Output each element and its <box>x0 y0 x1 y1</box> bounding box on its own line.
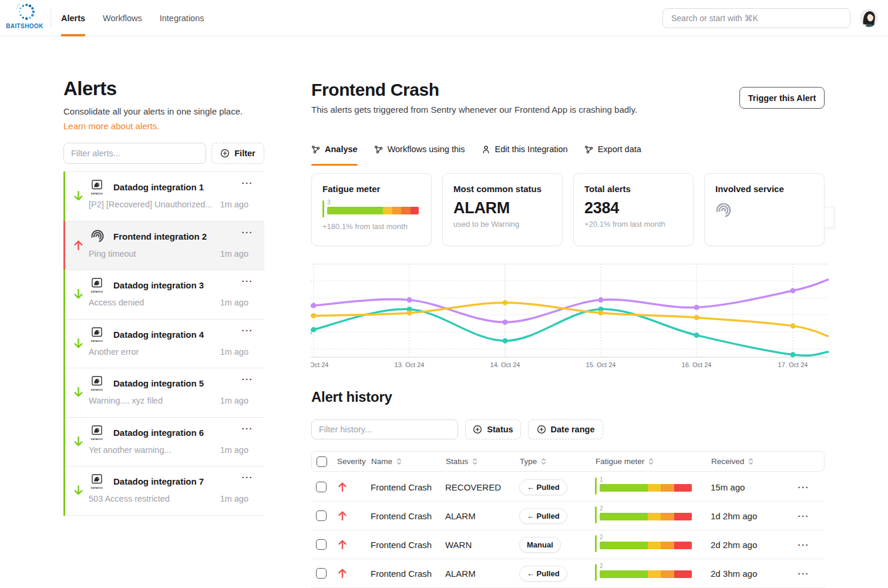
x-axis-label: 15. Oct 24 <box>582 361 620 368</box>
detail-tabs: Analyse Workflows using this Edit this I… <box>311 145 641 162</box>
column-type[interactable]: Type <box>520 457 596 466</box>
tab-label: Export data <box>598 145 641 154</box>
alert-detail: Another error <box>89 347 139 357</box>
more-menu-button[interactable]: ··· <box>242 325 254 335</box>
row-checkbox[interactable] <box>316 568 327 579</box>
row-fatigue-meter: 2 <box>595 535 692 553</box>
more-menu-button[interactable]: ··· <box>242 374 254 384</box>
top-bar: BAITSHOOK Alerts Workflows Integrations <box>0 0 888 36</box>
alert-list-item[interactable]: Datadog integration 5 ··· Warning.... xy… <box>63 368 264 418</box>
row-checkbox[interactable] <box>316 510 327 521</box>
severity-accent-bar <box>63 221 65 271</box>
x-axis-label: 16. Oct 24 <box>678 361 715 368</box>
nodes-icon <box>311 145 320 154</box>
more-menu-button[interactable]: ··· <box>242 276 254 286</box>
table-row[interactable]: Frontend Crash WARN Manual 2 2d 2hm ago … <box>311 530 825 559</box>
row-received: 1d 2hm ago <box>711 511 793 521</box>
row-checkbox[interactable] <box>316 539 327 550</box>
meter-value: 2 <box>600 505 603 512</box>
nav-tab-label: Integrations <box>160 14 204 23</box>
user-avatar[interactable] <box>860 9 878 27</box>
sort-icon[interactable] <box>540 458 547 465</box>
alert-detail: Yet another warning... <box>89 445 171 455</box>
more-menu-button[interactable]: ··· <box>242 472 254 482</box>
learn-more-link[interactable]: Learn more about alerts. <box>63 121 159 131</box>
avatar-image <box>860 9 878 27</box>
meter-tick <box>595 478 597 495</box>
nav-tab-integrations[interactable]: Integrations <box>160 0 204 36</box>
select-all-checkbox[interactable] <box>317 456 327 467</box>
sort-icon[interactable] <box>472 458 478 465</box>
date-range-filter-button[interactable]: Date range <box>528 419 603 439</box>
alert-list-item[interactable]: Datadog integration 6 ··· Yet another wa… <box>63 418 264 467</box>
status-filter-button[interactable]: Status <box>465 419 521 439</box>
row-status: ALARM <box>445 511 519 521</box>
baitshook-logo-icon <box>12 2 38 22</box>
datadog-icon <box>90 474 103 492</box>
table-row[interactable]: Frontend Crash ALARM ← Pulled 2 1d 2hm a… <box>311 502 825 530</box>
tab-analyse[interactable]: Analyse <box>311 145 358 162</box>
column-received[interactable]: Received <box>711 457 793 466</box>
card-title: Most common status <box>453 184 551 194</box>
sort-icon[interactable] <box>748 458 754 465</box>
page-title: Frontend Crash <box>311 80 439 100</box>
alerts-dashboard-page: BAITSHOOK Alerts Workflows Integrations <box>0 0 888 588</box>
alert-list-item[interactable]: Datadog integration 7 ··· 503 Access res… <box>63 466 264 516</box>
search-input[interactable] <box>662 8 850 28</box>
page-subtitle: This alerts gets triggered from Sentry w… <box>311 105 637 115</box>
alert-name: Datadog integration 5 <box>113 378 204 388</box>
card-note: +20.1% from last month <box>584 220 682 229</box>
sidebar-filter-row: Filter <box>63 143 264 164</box>
severity-up-icon <box>337 481 348 493</box>
type-badge: Manual <box>519 537 561 553</box>
more-menu-button[interactable]: ··· <box>242 227 254 237</box>
sort-icon[interactable] <box>648 458 654 465</box>
plus-circle-icon <box>220 149 230 158</box>
filter-history-input[interactable] <box>311 419 458 439</box>
meter-bar <box>600 542 692 549</box>
table-body: Frontend Crash RECOVERED ← Pulled 1 15m … <box>311 473 825 588</box>
alert-list-item[interactable]: Datadog integration 1 ··· [P2] [Recovere… <box>63 172 264 221</box>
alert-list-item[interactable]: Frontend integration 2 ··· Ping timeout … <box>63 221 264 271</box>
sort-icon[interactable] <box>396 458 402 465</box>
column-status[interactable]: Status <box>446 457 520 466</box>
nav-tab-alerts[interactable]: Alerts <box>61 0 85 36</box>
tab-edit-this-integration[interactable]: Edit this Integration <box>482 145 568 162</box>
column-fatigue-meter[interactable]: Fatigue meter <box>596 457 711 466</box>
row-name: Frontend Crash <box>371 569 445 579</box>
alert-time: 1m ago <box>220 494 248 503</box>
filter-alerts-input[interactable] <box>63 143 206 164</box>
row-checkbox[interactable] <box>316 482 327 492</box>
row-more-menu-button[interactable]: ··· <box>798 482 825 492</box>
datadog-icon <box>90 278 103 295</box>
table-row[interactable]: Frontend Crash RECOVERED ← Pulled 1 15m … <box>311 473 825 502</box>
trigger-alert-button[interactable]: Trigger this Alert <box>739 87 825 109</box>
row-more-menu-button[interactable]: ··· <box>798 540 825 550</box>
alert-list-item[interactable]: Datadog integration 4 ··· Another error … <box>63 320 264 369</box>
datadog-icon <box>90 376 103 394</box>
alert-list-item[interactable]: Datadog integration 3 ··· Access denied … <box>63 270 264 320</box>
tab-workflows-using-this[interactable]: Workflows using this <box>374 145 465 162</box>
tab-label: Workflows using this <box>388 145 465 154</box>
severity-up-icon <box>337 567 348 579</box>
row-more-menu-button[interactable]: ··· <box>798 511 825 521</box>
more-menu-button[interactable]: ··· <box>242 178 254 188</box>
row-status: WARN <box>445 540 519 550</box>
nodes-icon <box>374 145 383 154</box>
more-menu-button[interactable]: ··· <box>242 424 254 434</box>
row-more-menu-button[interactable]: ··· <box>798 569 825 579</box>
column-severity: Severity <box>334 457 371 466</box>
tab-export-data[interactable]: Export data <box>584 145 641 162</box>
severity-arrow-icon <box>72 239 85 251</box>
nav-tab-workflows[interactable]: Workflows <box>103 0 142 36</box>
table-row[interactable]: Frontend Crash ALARM ← Pulled 2 2d 3hm a… <box>311 559 825 588</box>
baitshook-logo[interactable]: BAITSHOOK <box>6 2 43 29</box>
filter-button[interactable]: Filter <box>211 143 264 164</box>
alert-name: Datadog integration 6 <box>113 428 204 438</box>
severity-up-icon <box>337 510 348 522</box>
column-name[interactable]: Name <box>371 457 446 466</box>
row-name: Frontend Crash <box>371 511 445 521</box>
sidebar-subtitle: Consolidate all your alerts in one singl… <box>63 106 264 116</box>
alert-detail: [P2] [Recovered] Unauthorized... <box>89 200 212 209</box>
popover-stub <box>824 207 834 228</box>
